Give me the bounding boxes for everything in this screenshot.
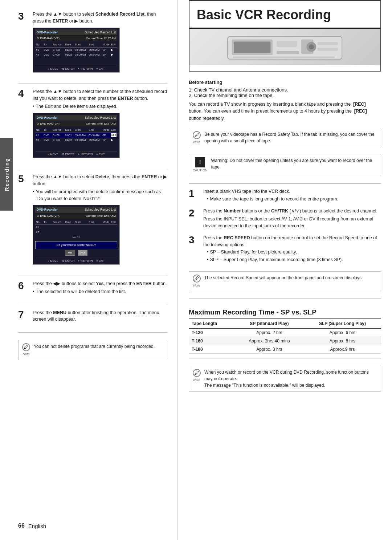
before-starting-item-1: 1. Check TV channel and Antenna connecti… xyxy=(189,87,381,93)
screen1-time: Current Time 12:27 AM xyxy=(86,36,116,41)
step-4-bullet: The Edit and Delete items are displayed. xyxy=(33,103,167,110)
right-divider-2 xyxy=(189,299,381,299)
note-3-label: Note xyxy=(193,378,200,383)
right-divider-1 xyxy=(189,183,381,184)
note-2-label: Note xyxy=(193,283,200,288)
note-3-box: 🖊 Note When you watch or record on the V… xyxy=(189,366,381,392)
screen-1: DVD-Recorder Scheduled Record List ⊙ DVD… xyxy=(33,28,120,73)
right-step-1-bullet: Make sure the tape is long enough to rec… xyxy=(207,196,381,203)
note-2-text: The selected Record Speed will appear on… xyxy=(204,275,363,281)
screen2-footer: ⬦ MOVE ⊕ ENTER ↩ RETURN ≡ EXIT xyxy=(35,151,117,156)
table-row-1: T-120 Approx. 2 hrs Approx. 6 hrs xyxy=(189,328,381,337)
screen-2: DVD-Recorder Scheduled Record List ⊙ DVD… xyxy=(33,113,120,158)
row1-tape: T-120 xyxy=(189,328,235,337)
delete-confirm-buttons: Yes NO xyxy=(35,250,117,256)
screen3-mode: ⊙ DVD-RAM(VR) xyxy=(37,214,60,218)
right-step-2-content: Press the Number buttons or the CH/TRK (… xyxy=(203,208,381,230)
right-step-3-num: 3 xyxy=(189,235,200,246)
step-5-number: 5 xyxy=(18,174,30,185)
right-step-3-bullet-2: SLP – Super Long Play, for maximum recor… xyxy=(207,256,381,263)
screen3-row-2: #2 xyxy=(35,230,117,235)
caution-1-text: Warning: Do not cover this opening unles… xyxy=(211,157,377,170)
right-step-2: 2 Press the Number buttons or the CH/TRK… xyxy=(189,208,381,230)
screen2-title: DVD-Recorder xyxy=(37,115,58,120)
step-6-content: Press the ◀▶ buttons to select Yes, then… xyxy=(33,280,167,295)
svg-rect-10 xyxy=(233,57,335,57)
screen2-mode: ⊙ DVD-RAM(VR) xyxy=(37,122,60,126)
right-step-1-num: 1 xyxy=(189,188,200,199)
step-4: 4 Press the ▲▼ button to select the numb… xyxy=(18,88,167,159)
left-note-box: 🖊 Note You can not delete programs that … xyxy=(18,340,167,360)
no-button[interactable]: NO xyxy=(78,250,87,256)
section-header-box: Basic VCR Recording xyxy=(189,0,381,72)
note-1-text: Be sure your videotape has a Record Safe… xyxy=(204,131,377,144)
row3-tape: T-180 xyxy=(189,345,235,354)
note-3-icon: 🖊 xyxy=(193,369,201,377)
max-recording-section: Maximum Recording Time - SP vs. SLP Tape… xyxy=(189,303,381,354)
step-3: 3 Press the ▲▼ button to select Schedule… xyxy=(18,11,167,74)
table-row-3: T-180 Approx. 3 hrs Approx.9 hrs xyxy=(189,345,381,354)
step-3-number: 3 xyxy=(18,11,30,22)
screen1-row-1: #1 DVD CH08 01/01 05:00AM 05:54AM SP ▶ xyxy=(35,48,117,52)
screen2-time: Current Time 12:27 AM xyxy=(86,122,116,126)
divider-3 xyxy=(18,276,167,276)
row2-slp: Approx. 8 hrs xyxy=(304,337,381,345)
caution-1-box: ! CAUTION Warning: Do not cover this ope… xyxy=(189,154,381,176)
right-step-3-bullet-1: SP – Standard Play, for best picture qua… xyxy=(207,249,381,256)
row2-sp: Approx. 2hrs 40 mins xyxy=(235,337,304,345)
screen-3: DVD-Recorder Scheduled Record List ⊙ DVD… xyxy=(33,205,120,265)
screen1-title: DVD-Recorder xyxy=(37,30,58,35)
left-column: 3 Press the ▲▼ button to select Schedule… xyxy=(0,0,178,540)
table-col-3: SLP (Super Long Play) xyxy=(304,319,381,328)
table-row-2: T-160 Approx. 2hrs 40 mins Approx. 8 hrs xyxy=(189,337,381,345)
before-starting: Before starting 1. Check TV channel and … xyxy=(189,75,381,101)
divider-1 xyxy=(18,84,167,84)
screen2-col-headers: No. To Source Date Start End Mode Edit xyxy=(35,127,117,133)
right-step-1: 1 Insert a blank VHS tape into the VCR d… xyxy=(189,188,381,203)
right-content: Before starting 1. Check TV channel and … xyxy=(189,75,381,529)
row1-slp: Approx. 6 hrs xyxy=(304,328,381,337)
step-6-number: 6 xyxy=(18,280,30,292)
screen1-row-2: #2 DVD CH08 01/02 05:00AM 05:54AM SP ▶ xyxy=(35,52,117,57)
step-6-bullet: The selected title will be deleted from … xyxy=(33,288,167,295)
yes-button[interactable]: Yes xyxy=(65,250,75,256)
table-col-2: SP (Standard Play) xyxy=(235,319,304,328)
row3-sp: Approx. 3 hrs xyxy=(235,345,304,354)
screen1-footer: ⬦ MOVE ⊕ ENTER ↩ RETURN ≡ EXIT xyxy=(35,66,117,71)
screen3-footer: ⬦ MOVE ⊕ ENTER ↩ RETURN ≡ EXIT xyxy=(35,258,117,263)
note-1-label: Note xyxy=(193,140,200,145)
divider-5 xyxy=(18,332,167,333)
divider-4 xyxy=(18,305,167,305)
note-1-icon: 🖊 xyxy=(193,131,201,139)
max-rec-title: Maximum Recording Time - SP vs. SLP xyxy=(189,308,381,316)
row3-slp: Approx.9 hrs xyxy=(304,345,381,354)
vcr-image xyxy=(189,29,380,65)
vcr-svg xyxy=(199,31,371,63)
screen3-row-1: #1 xyxy=(35,225,117,230)
before-starting-title: Before starting xyxy=(189,80,381,85)
note-1-box: 🖊 Note Be sure your videotape has a Reco… xyxy=(189,128,381,148)
screen3-subtitle: Scheduled Record List xyxy=(85,207,116,212)
page-lang: English xyxy=(28,523,46,529)
step-7-number: 7 xyxy=(18,309,30,321)
svg-rect-2 xyxy=(234,41,270,53)
step-7-content: Press the MENU button after finishing th… xyxy=(33,309,167,323)
svg-rect-8 xyxy=(318,48,338,51)
screen3-time: Current Time 12:27 AM xyxy=(86,214,116,218)
note-2-icon: 🖊 xyxy=(193,275,201,283)
svg-rect-3 xyxy=(277,41,297,47)
edit-btn[interactable]: Edit xyxy=(111,133,117,137)
screen2-subtitle: Scheduled Record List xyxy=(85,115,116,120)
caution-label: CAUTION xyxy=(193,168,208,173)
step-5: 5 Press the ▲▼ button to select Delete, … xyxy=(18,174,167,266)
table-col-1: Tape Length xyxy=(189,319,235,328)
divider-2 xyxy=(18,169,167,169)
step-6: 6 Press the ◀▶ buttons to select Yes, th… xyxy=(18,280,167,295)
step-5-bullet: You will be prompted with the delete con… xyxy=(33,188,167,202)
sidebar-recording-tab: Recording xyxy=(0,138,13,211)
step-5-content: Press the ▲▼ button to select Delete, th… xyxy=(33,174,167,266)
screen3-title: DVD-Recorder xyxy=(37,207,58,212)
screen3-col-headers: No. To Source Date Start End Mode Edit xyxy=(35,220,117,225)
right-divider-3 xyxy=(189,358,381,358)
row2-tape: T-160 xyxy=(189,337,235,345)
